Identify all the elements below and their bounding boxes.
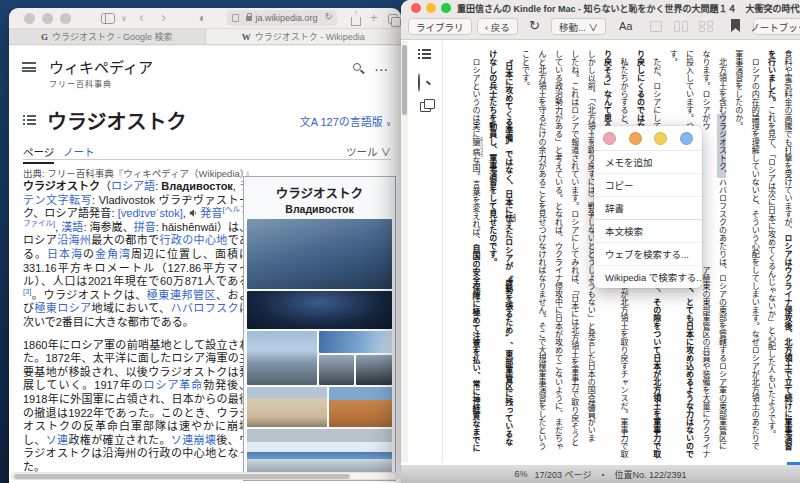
wiki-link[interactable]: 金角湾: [95, 248, 131, 260]
highlight-swatch-pink[interactable]: [603, 132, 616, 145]
book-text-segment: これを見て、「ロシアは次に日本に攻めてくるんじゃないか」と心配した人もいたようで…: [767, 106, 776, 438]
toc-icon[interactable]: [418, 49, 431, 60]
library-button[interactable]: ライブラリ: [408, 18, 472, 35]
horizontal-scrollbar[interactable]: [11, 472, 399, 480]
wiki-link[interactable]: ロシア革命: [144, 379, 204, 391]
wiki-text: Владивосток: [161, 180, 233, 192]
grid-view-icon[interactable]: [699, 21, 714, 32]
sync-icon[interactable]: ↻: [529, 18, 540, 33]
book-text-segment: ことです。: [521, 50, 530, 90]
menu-item[interactable]: Wikipedia で検索する...: [594, 265, 702, 288]
search-icon[interactable]: [353, 63, 361, 71]
search-icon[interactable]: [418, 73, 420, 92]
scrollbar-thumb[interactable]: [402, 45, 407, 115]
wiki-link[interactable]: 行政の中心地: [160, 234, 228, 246]
chevron-down-icon[interactable]: ∨: [121, 14, 127, 23]
zoom-button[interactable]: [441, 3, 451, 13]
menu-item[interactable]: メモを追加: [594, 151, 702, 173]
notebook-button[interactable]: ノートブックを表示: [753, 18, 800, 35]
address-bar[interactable]: ja.wikipedia.org ↻: [227, 10, 337, 26]
reload-icon[interactable]: ↻: [325, 11, 333, 22]
photo-railway-station: [247, 387, 327, 427]
tools-menu[interactable]: ツール ∨: [346, 144, 391, 159]
wiki-header: ウィキペディア フリー百科事典 ···: [9, 56, 401, 86]
share-icon[interactable]: [351, 17, 361, 26]
menu-item[interactable]: 本文検索: [594, 220, 702, 242]
wiki-link[interactable]: ソ連: [46, 434, 69, 446]
text-settings-button[interactable]: Aa: [619, 20, 632, 32]
wiki-link[interactable]: 極東連邦管区: [147, 289, 216, 301]
book-text-segment: 臆病おくびょう: [471, 138, 480, 156]
highlight-swatch-blue[interactable]: [680, 132, 693, 145]
book-text-segment: 自国の安全保障に極めて注意を払い、常に神経質なまでに: [471, 244, 480, 452]
highlight-swatch-orange[interactable]: [629, 132, 642, 145]
close-button[interactable]: [24, 13, 35, 24]
sidebar-toggle-icon[interactable]: [101, 13, 115, 24]
more-icon[interactable]: ···: [375, 64, 389, 76]
wiki-link[interactable]: 発音: [197, 207, 223, 219]
minimize-button[interactable]: [426, 3, 436, 13]
goto-button[interactable]: 移動... ∨: [551, 18, 606, 35]
book-text-segment: 「いまが北方領土を取り戻すチャンスだ。軍事力で取: [619, 266, 628, 458]
photo-glass-building: [319, 331, 392, 353]
kindle-statusbar: 6% 17/203 ページ ・ 位置No. 122/2391: [401, 462, 800, 483]
wiki-paragraph: ウラジオストク（ロシア語: Владивосток, ラテン文字転写: Vlad…: [23, 180, 250, 330]
tab-overview-icon[interactable]: [388, 14, 397, 23]
wiki-link[interactable]: 日本海: [47, 248, 83, 260]
book-text-segment: 〝日本に攻めてくる準備〟ではなく、日本に: [504, 50, 513, 214]
language-selector[interactable]: 文A 127の言語版 ∨: [300, 113, 391, 129]
book-text-segment: ア極東の東部軍管区の兵員や装備を大量にウクライナ: [701, 266, 710, 458]
book-text-segment: ハバロフスクのあたりは、ロシアの東部を管轄するロシア軍の東部軍管区に: [717, 178, 726, 450]
single-page-view-icon[interactable]: [649, 21, 664, 32]
kindle-text-column: 軍事演習をしたのか。: [729, 50, 746, 462]
wiki-link[interactable]: ソ連崩壊: [171, 434, 216, 446]
wiki-link[interactable]: 漢語: [61, 221, 83, 233]
book-text-segment: なります。ロシアがウ: [701, 50, 710, 130]
scrollbar-thumb[interactable]: [14, 474, 350, 479]
bookmark-icon[interactable]: [731, 19, 740, 32]
page-icon: [232, 14, 239, 22]
vertical-scrollbar[interactable]: [401, 41, 408, 462]
safari-toolbar: ∨ ‹ › ◐ ja.wikipedia.org ↻ +: [9, 8, 401, 28]
wiki-text: : 海参崴、: [83, 221, 133, 233]
forward-icon[interactable]: ›: [161, 8, 166, 25]
tab-google-search[interactable]: G ウラジオストク - Google 検索: [9, 29, 206, 44]
wiki-link[interactable]: ロシア語: [111, 180, 155, 192]
kindle-text-column: 北方領土を含むウラジオストク、ハバロフスクのあたりは、ロシアの東部を管轄するロシ…: [712, 50, 729, 462]
close-button[interactable]: [411, 3, 421, 13]
tab-page[interactable]: ページ: [23, 144, 54, 164]
photo-stadium: [247, 429, 392, 475]
wiki-link[interactable]: ハバロフスク: [171, 302, 240, 314]
wiki-link[interactable]: 極東ロシア: [34, 302, 91, 314]
wiki-tabs-row: ページ ノート ツール ∨: [23, 142, 391, 160]
two-page-view-icon[interactable]: [674, 21, 689, 32]
wiki-link[interactable]: [vɐdʲɪvɐˈstok]: [118, 207, 183, 219]
photo-night-bridge: [247, 291, 392, 329]
photo-classical-building: [329, 387, 392, 427]
book-text-segment: ただ、ロシアにして: [652, 50, 661, 130]
wiki-paragraph: 1860年にロシア軍の前哨基地として設立された。1872年、太平洋に面したロシア…: [23, 339, 250, 475]
tab-wikipedia[interactable]: W ウラジオストク - Wikipedia: [206, 29, 402, 44]
back-button[interactable]: ‹ 戻る: [477, 18, 518, 35]
menu-icon[interactable]: [22, 62, 36, 72]
back-icon[interactable]: ‹: [139, 8, 144, 25]
wiki-link[interactable]: 沿海州: [57, 234, 91, 246]
highlight-swatch-yellow[interactable]: [654, 132, 667, 145]
article-body: ウラジオストク（ロシア語: Владивосток, ラテン文字転写: Vlad…: [23, 180, 250, 483]
contents-icon[interactable]: [23, 115, 36, 125]
wikipedia-wordmark[interactable]: ウィキペディア フリー百科事典: [49, 56, 153, 89]
minimize-button[interactable]: [42, 13, 53, 24]
kindle-window: 重田信さんの Kindle for Mac - 知らないと恥をかく世界の大問題１…: [401, 0, 800, 483]
menu-item[interactable]: コピー: [594, 173, 702, 196]
infobox-subtitle: Владивосток: [247, 203, 392, 215]
reader-shield-icon[interactable]: ◐: [199, 10, 206, 26]
kindle-text-column: したね。これはロシアで報道されています。ロシアにしてみれば、「日本には北方領土を…: [565, 50, 582, 462]
photo-aerial-harbor: [247, 219, 392, 289]
tab-talk[interactable]: ノート: [63, 144, 95, 159]
new-tab-icon[interactable]: +: [370, 10, 378, 25]
menu-item[interactable]: ウェブを検索する...: [594, 242, 702, 265]
zoom-button[interactable]: [60, 13, 71, 24]
menu-item[interactable]: 辞書: [594, 196, 702, 219]
wiki-link[interactable]: 拼音: [134, 221, 156, 233]
book-text-segment: 北方領土を含む: [717, 50, 726, 114]
